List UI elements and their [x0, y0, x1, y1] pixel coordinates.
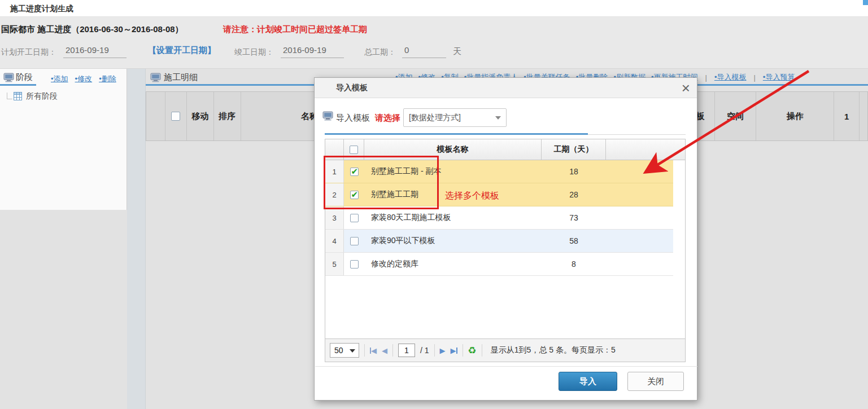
row-checkbox-cell [344, 160, 364, 183]
detail-column-header: 移动 [187, 92, 214, 140]
detail-column-spacer [146, 92, 165, 140]
stage-action-link[interactable]: •修改 [75, 74, 93, 84]
row-checkbox[interactable] [350, 168, 359, 176]
select-all-checkbox[interactable] [350, 146, 358, 154]
project-info-band: 国际都市 施工进度（2016-06-30～2016-08-08） 请注意：计划竣… [0, 17, 868, 69]
detail-column-spacer [860, 92, 867, 140]
stage-action-link[interactable]: •添加 [51, 74, 68, 84]
template-table-body: 1别墅施工工期 - 副本182别墅施工工期283家装80天工期施工模板734家装… [325, 160, 685, 276]
row-filler-cell [606, 160, 673, 183]
template-days: 28 [542, 183, 606, 206]
finish-date-input[interactable]: 2016-09-19 [281, 45, 344, 58]
row-filler-cell [606, 183, 673, 206]
row-index: 5 [325, 253, 344, 275]
chevron-down-icon [350, 349, 355, 353]
pagination-summary: 显示从1到5，总 5 条。每页显示：5 [491, 345, 616, 355]
detail-header-checkbox-cell [165, 92, 187, 140]
data-process-mode-select[interactable]: [数据处理方式] [403, 108, 507, 127]
filler-column-header [606, 139, 684, 160]
first-page-icon[interactable]: ◀ [370, 346, 377, 355]
template-row[interactable]: 2别墅施工工期28 [325, 183, 673, 206]
detail-column-header: 操作 [756, 92, 834, 140]
stage-tab-underline [0, 84, 36, 86]
plan-start-input[interactable]: 2016-09-19 [63, 45, 127, 58]
app-screen: 施工进度计划生成 国际都市 施工进度（2016-06-30～2016-08-08… [0, 0, 868, 409]
toolbar-separator: | [752, 73, 757, 82]
select-value: [数据处理方式] [409, 113, 461, 123]
close-button[interactable]: 关闭 [627, 372, 684, 391]
page-size-select[interactable]: 50 [330, 343, 359, 358]
dialog-header: 导入模板 × [315, 78, 697, 98]
pager-separator [364, 344, 365, 357]
row-checkbox[interactable] [350, 237, 359, 245]
detail-panel-icon [150, 73, 161, 82]
toolbar-link[interactable]: •导入模板 [714, 72, 747, 82]
index-column-header [325, 139, 344, 160]
row-checkbox[interactable] [350, 191, 359, 199]
chevron-down-icon [495, 116, 501, 120]
prev-page-icon[interactable]: ◀ [382, 346, 387, 355]
pager-separator [392, 344, 393, 357]
toolbar-link[interactable]: •导入预算 [763, 72, 795, 82]
dialog-tab-icon [322, 111, 333, 121]
stage-panel-title: 阶段 [16, 72, 33, 83]
template-days: 18 [542, 160, 606, 183]
next-page-icon[interactable]: ▶ [440, 346, 446, 355]
dialog-tab-underline [325, 133, 588, 135]
toolbar-separator: | [704, 73, 709, 82]
detail-column-header: 1 [834, 92, 860, 140]
total-duration-input[interactable]: 0 [402, 45, 446, 58]
row-checkbox-cell [344, 183, 364, 206]
row-filler-cell [606, 206, 673, 229]
total-duration-label: 总工期： [364, 47, 396, 58]
dialog-tab-import-template[interactable]: 导入模板 [336, 113, 370, 124]
template-days: 58 [542, 230, 606, 252]
footer-divider [315, 366, 697, 367]
finish-date-label: 竣工日期： [234, 47, 274, 58]
annotation-multi-select-note: 选择多个模板 [445, 190, 499, 202]
template-table: 模板名称 工期（天） 1别墅施工工期 - 副本182别墅施工工期283家装80天… [325, 139, 686, 339]
row-filler-cell [606, 230, 673, 252]
last-page-icon[interactable]: ▶ [451, 346, 457, 355]
close-icon[interactable]: × [682, 78, 690, 98]
row-index: 1 [325, 160, 344, 183]
template-row[interactable]: 1别墅施工工期 - 副本18 [325, 160, 673, 183]
tree-item-all-stages[interactable]: 所有阶段 [26, 91, 58, 102]
detail-select-all-checkbox[interactable] [171, 112, 180, 121]
row-filler-cell [606, 253, 673, 275]
refresh-icon[interactable]: ♻ [468, 345, 477, 357]
set-start-date-link[interactable]: 【设置开工日期】 [148, 45, 216, 56]
template-name-column-header: 模板名称 [364, 139, 542, 160]
page-title: 施工进度计划生成 [10, 4, 73, 14]
template-table-header: 模板名称 工期（天） [325, 139, 685, 160]
import-button[interactable]: 导入 [559, 372, 617, 391]
row-checkbox[interactable] [350, 214, 359, 222]
row-checkbox-cell [344, 206, 364, 229]
pager-separator [434, 344, 435, 357]
all-stages-icon [14, 92, 22, 100]
pagination-bar: 50 ◀ ◀ / 1 ▶ ▶ ♻ 显示从1到5，总 5 条。每页显示：5 [325, 338, 686, 362]
stage-panel [0, 69, 127, 210]
page-size-value: 50 [334, 346, 343, 355]
row-index: 4 [325, 230, 344, 252]
template-days: 8 [542, 253, 606, 275]
row-index: 2 [325, 183, 344, 206]
panel-divider [127, 69, 146, 409]
row-checkbox-cell [344, 230, 364, 252]
detail-column-header: 排序 [214, 92, 241, 140]
template-days: 73 [542, 206, 606, 229]
project-name: 国际都市 施工进度（2016-06-30～2016-08-08） [1, 24, 184, 35]
days-unit-label: 天 [453, 46, 461, 57]
row-checkbox[interactable] [350, 260, 359, 269]
plan-start-label: 计划开工日期： [1, 47, 56, 58]
template-row[interactable]: 5修改的定额库8 [325, 253, 673, 276]
template-row[interactable]: 4家装90平以下模板58 [325, 230, 673, 253]
schedule-warning-text: 请注意：计划竣工时间已超过签单工期 [223, 24, 367, 35]
import-template-dialog: 导入模板 × 导入模板 请选择： [数据处理方式] 模板名称 工期（天） 1别墅… [314, 77, 697, 401]
row-index: 3 [325, 206, 344, 229]
template-row[interactable]: 3家装80天工期施工模板73 [325, 206, 673, 230]
page-number-input[interactable] [398, 344, 415, 357]
template-name: 修改的定额库 [364, 253, 542, 275]
stage-action-link[interactable]: •删除 [99, 74, 116, 84]
detail-panel-title: 施工明细 [164, 72, 198, 83]
